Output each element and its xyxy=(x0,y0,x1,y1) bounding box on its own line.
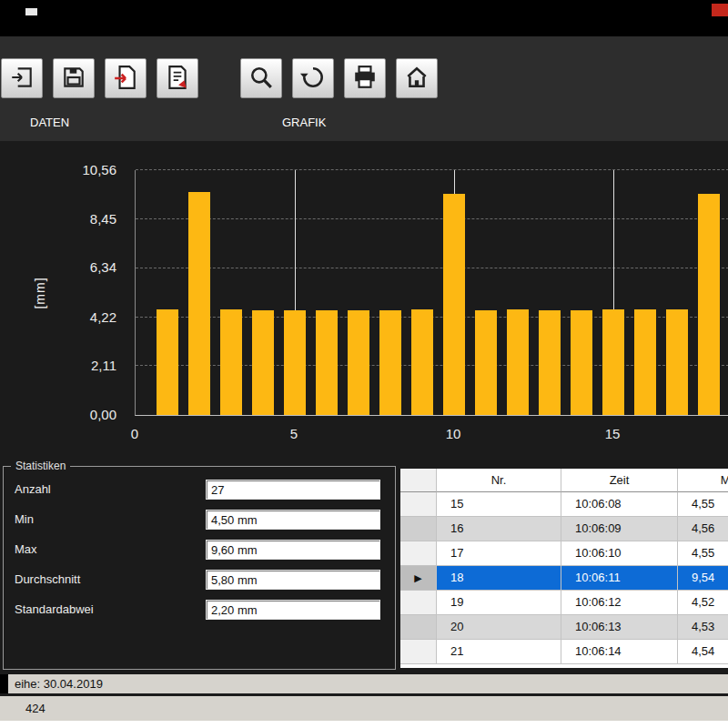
x-tick-label: 10 xyxy=(446,426,461,441)
measurement-bar xyxy=(252,310,274,415)
measurement-bar xyxy=(602,309,624,415)
daten-group-label: DATEN xyxy=(0,115,204,131)
table-row[interactable]: 1610:06:094,56 xyxy=(400,517,728,541)
zeit-cell[interactable]: 10:06:14 xyxy=(561,640,678,664)
zoom-icon xyxy=(248,65,274,93)
stat-input-standardabwei[interactable]: 2,20 mm xyxy=(206,600,380,620)
statusbar-icon-fragment xyxy=(0,674,8,693)
row-header-cell[interactable] xyxy=(400,541,437,566)
table-row[interactable]: 1910:06:124,52 xyxy=(400,591,728,615)
stat-label-durchschnitt: Durchschnitt xyxy=(15,572,80,586)
row-header-cell[interactable]: ▶ xyxy=(400,566,437,591)
device-text: 424 xyxy=(25,702,46,715)
nr-cell[interactable]: 15 xyxy=(437,492,561,517)
column-header-nr: Nr. xyxy=(437,469,561,492)
y-tick-label: 4,22 xyxy=(0,309,126,325)
measurement-bar xyxy=(507,309,529,415)
refresh-button[interactable] xyxy=(292,58,334,98)
messwert-cell[interactable]: 4,54 xyxy=(678,640,728,664)
messwert-cell[interactable]: 4,56 xyxy=(678,517,728,541)
x-tick-label: 0 xyxy=(131,426,138,441)
close-button-fragment[interactable] xyxy=(712,4,728,16)
app-window: DATEN GRAFIK [mm] 0,002,114,226,348,4510… xyxy=(0,0,728,728)
nr-cell[interactable]: 16 xyxy=(437,517,561,541)
print-icon xyxy=(352,65,378,93)
measurement-bar xyxy=(666,309,688,415)
messwert-cell[interactable]: 4,52 xyxy=(678,591,728,615)
import-icon xyxy=(9,65,35,93)
h-gridline xyxy=(136,169,728,170)
nr-cell[interactable]: 21 xyxy=(437,640,561,664)
measurement-bar xyxy=(475,310,497,415)
bottom-panels: Statistiken Anzahl27Min4,50 mmMax9,60 mm… xyxy=(0,455,728,673)
stat-label-max: Max xyxy=(15,542,37,556)
toolbar: DATEN GRAFIK xyxy=(0,36,728,141)
measurement-chart: [mm] 0,002,114,226,348,4510,56 051015 xyxy=(0,141,728,455)
statistics-panel: Statistiken Anzahl27Min4,50 mmMax9,60 mm… xyxy=(3,466,396,670)
zeit-cell[interactable]: 10:06:12 xyxy=(561,591,678,615)
nr-cell[interactable]: 19 xyxy=(437,591,561,615)
row-header-cell[interactable] xyxy=(400,517,437,541)
measurement-bar xyxy=(379,310,401,415)
row-header-cell[interactable] xyxy=(400,591,437,615)
print-button[interactable] xyxy=(344,58,386,98)
stat-label-min: Min xyxy=(15,512,34,526)
measurement-bar xyxy=(157,309,178,415)
export-file-icon xyxy=(113,65,138,93)
grafik-group-label: GRAFIK xyxy=(226,115,430,131)
export-button[interactable] xyxy=(105,58,147,98)
row-header-cell[interactable] xyxy=(400,640,437,664)
table-row[interactable]: ▶1810:06:119,54 xyxy=(400,566,728,591)
row-header-cell[interactable] xyxy=(400,615,437,640)
zoom-button[interactable] xyxy=(240,58,282,98)
zeit-cell[interactable]: 10:06:11 xyxy=(561,566,678,591)
table-row[interactable]: 2010:06:134,53 xyxy=(400,615,728,640)
home-button[interactable] xyxy=(396,58,438,98)
y-axis-ticks: 0,002,114,226,348,4510,56 xyxy=(0,141,126,455)
table-header-row: Nr.ZeitMesswert xyxy=(400,469,728,492)
measurement-bar xyxy=(188,192,210,415)
y-tick-label: 10,56 xyxy=(0,162,126,177)
nr-cell[interactable]: 18 xyxy=(437,566,561,591)
measurement-bar xyxy=(571,310,592,415)
stat-row: Max9,60 mm xyxy=(4,540,395,561)
measurement-bar xyxy=(348,310,369,415)
statusbar-device: 424 xyxy=(0,696,728,721)
stat-row: Durchschnitt5,80 mm xyxy=(4,570,395,592)
stat-input-min[interactable]: 4,50 mm xyxy=(206,510,380,530)
stat-row: Standardabwei2,20 mm xyxy=(4,600,395,622)
report-button[interactable] xyxy=(157,58,198,98)
messwert-cell[interactable]: 4,53 xyxy=(678,615,728,640)
measurement-bar xyxy=(698,194,720,415)
zeit-cell[interactable]: 10:06:08 xyxy=(561,492,678,517)
toolbar-buttons xyxy=(1,58,448,98)
stat-label-anzahl: Anzahl xyxy=(15,482,51,496)
row-header-cell[interactable] xyxy=(400,492,437,517)
stat-label-standardabwei: Standardabwei xyxy=(15,602,94,616)
stat-input-durchschnitt[interactable]: 5,80 mm xyxy=(206,570,380,590)
table-row[interactable]: 1710:06:104,55 xyxy=(400,541,728,566)
statistics-title: Statistiken xyxy=(11,460,70,472)
table-corner-cell xyxy=(400,469,437,492)
zeit-cell[interactable]: 10:06:13 xyxy=(561,615,678,640)
y-tick-label: 6,34 xyxy=(0,259,126,275)
statusbar-series: eihe: 30.04.2019 xyxy=(0,674,728,693)
messwert-cell[interactable]: 9,54 xyxy=(678,566,728,591)
messwert-cell[interactable]: 4,55 xyxy=(678,541,728,566)
nr-cell[interactable]: 17 xyxy=(437,541,561,566)
zeit-cell[interactable]: 10:06:10 xyxy=(561,541,678,566)
nr-cell[interactable]: 20 xyxy=(437,615,561,640)
plot-area xyxy=(135,170,728,416)
x-tick-label: 5 xyxy=(290,426,298,441)
h-gridline xyxy=(136,268,728,268)
import-button[interactable] xyxy=(1,58,43,98)
y-tick-label: 8,45 xyxy=(0,211,126,227)
zeit-cell[interactable]: 10:06:09 xyxy=(561,517,678,541)
table-row[interactable]: 2110:06:144,54 xyxy=(400,640,728,664)
stat-input-anzahl[interactable]: 27 xyxy=(206,480,380,500)
stat-row: Anzahl27 xyxy=(4,480,395,501)
save-button[interactable] xyxy=(53,58,95,98)
table-row[interactable]: 1510:06:084,55 xyxy=(400,492,728,517)
messwert-cell[interactable]: 4,55 xyxy=(678,492,728,517)
stat-input-max[interactable]: 9,60 mm xyxy=(206,540,380,560)
